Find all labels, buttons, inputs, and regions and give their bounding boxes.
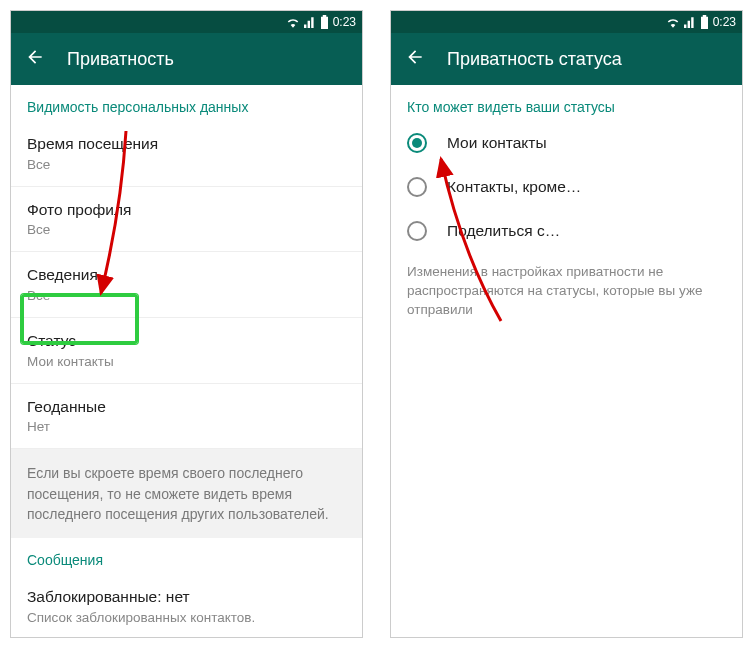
section-header-who: Кто может видеть ваши статусы [391, 85, 742, 121]
row-about[interactable]: Сведения Все [11, 252, 362, 318]
radio-option-my-contacts[interactable]: Мои контакты [391, 121, 742, 165]
app-bar: Приватность [11, 33, 362, 85]
wifi-icon [666, 16, 680, 28]
signal-icon [684, 16, 696, 28]
status-bar: 0:23 [11, 11, 362, 33]
radio-label: Контакты, кроме… [447, 178, 581, 196]
info-last-seen: Если вы скроете время своего последнего … [11, 449, 362, 538]
row-sub: Все [27, 222, 346, 237]
radio-option-share-with[interactable]: Поделиться с… [391, 209, 742, 253]
phone-right: 0:23 Приватность статуса Кто может видет… [390, 10, 743, 638]
wifi-icon [286, 16, 300, 28]
privacy-note: Изменения в настройках приватности не ра… [391, 253, 742, 330]
row-live-location[interactable]: Геоданные Нет [11, 384, 362, 450]
row-title: Заблокированные: нет [27, 586, 346, 608]
row-title: Фото профиля [27, 199, 346, 221]
content: Кто может видеть ваши статусы Мои контак… [391, 85, 742, 330]
radio-label: Мои контакты [447, 134, 547, 152]
back-icon[interactable] [25, 47, 45, 71]
row-sub: Все [27, 288, 346, 303]
row-last-seen[interactable]: Время посещения Все [11, 121, 362, 187]
row-sub: Список заблокированных контактов. [27, 610, 346, 625]
page-title: Приватность [67, 49, 174, 70]
row-sub: Все [27, 157, 346, 172]
app-bar: Приватность статуса [391, 33, 742, 85]
row-profile-photo[interactable]: Фото профиля Все [11, 187, 362, 253]
section-header-messages: Сообщения [11, 538, 362, 574]
content: Видимость персональных данных Время посе… [11, 85, 362, 638]
status-time: 0:23 [333, 15, 356, 29]
back-icon[interactable] [405, 47, 425, 71]
signal-icon [304, 16, 316, 28]
row-sub: Мои контакты [27, 354, 346, 369]
page-title: Приватность статуса [447, 49, 622, 70]
radio-option-except[interactable]: Контакты, кроме… [391, 165, 742, 209]
row-status[interactable]: Статус Мои контакты [11, 318, 362, 384]
radio-unselected-icon [407, 177, 427, 197]
row-blocked[interactable]: Заблокированные: нет Список заблокирован… [11, 574, 362, 638]
row-title: Статус [27, 330, 346, 352]
battery-icon [320, 15, 329, 29]
battery-icon [700, 15, 709, 29]
row-title: Сведения [27, 264, 346, 286]
status-time: 0:23 [713, 15, 736, 29]
row-title: Время посещения [27, 133, 346, 155]
radio-selected-icon [407, 133, 427, 153]
status-bar: 0:23 [391, 11, 742, 33]
row-title: Геоданные [27, 396, 346, 418]
radio-label: Поделиться с… [447, 222, 560, 240]
section-header-visibility: Видимость персональных данных [11, 85, 362, 121]
phone-left: 0:23 Приватность Видимость персональных … [10, 10, 363, 638]
row-sub: Нет [27, 419, 346, 434]
radio-unselected-icon [407, 221, 427, 241]
